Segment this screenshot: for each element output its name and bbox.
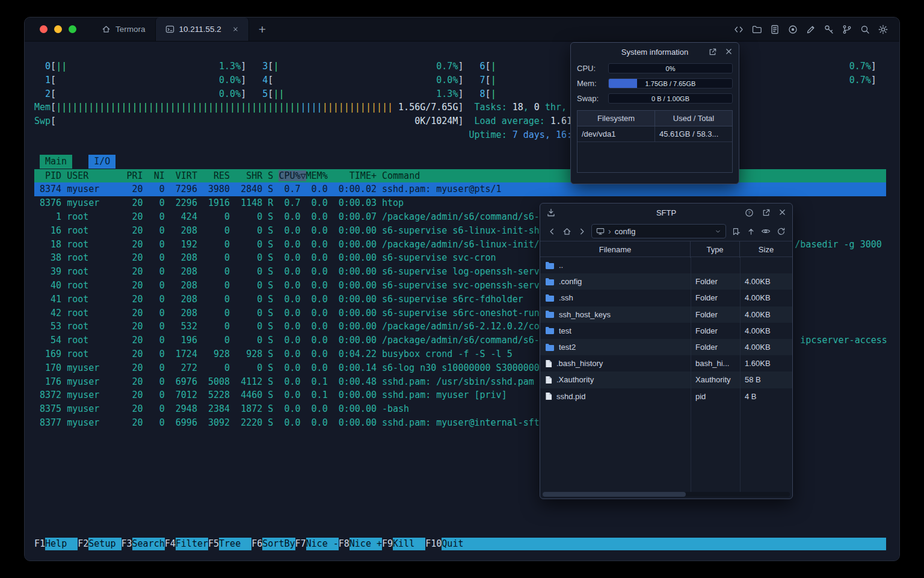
fkey-f7[interactable]: F7 <box>295 538 306 550</box>
record-icon[interactable] <box>787 23 798 35</box>
close-icon[interactable] <box>778 208 786 217</box>
tab-ssh-session[interactable]: 10.211.55.2 <box>155 17 249 41</box>
zoom-window-button[interactable] <box>69 25 76 33</box>
col-size[interactable]: Size <box>740 241 792 258</box>
mem-usage-value: 1.75GB / 7.65GB <box>609 79 732 88</box>
sftp-table-header[interactable]: Filename Type Size <box>540 241 792 257</box>
process-table-header[interactable]: PID USER PRI NI VIRT RES SHR S CPU%▽MEM%… <box>34 169 886 183</box>
file-size: 4.00KB <box>740 306 792 323</box>
popout-icon[interactable] <box>708 48 717 57</box>
fkey-action-f3[interactable]: Search <box>132 538 165 550</box>
mem-usage-bar: 1.75GB / 7.65GB <box>608 78 733 89</box>
htop-meters: 0[|| 1.3%] 3[| 0.7%] 6[| 0.7%] 9[| 0.7%]… <box>34 60 876 142</box>
bookmark-icon[interactable] <box>730 225 741 237</box>
settings-icon[interactable] <box>877 23 889 35</box>
file-type: Folder <box>691 273 740 290</box>
folder-icon <box>545 343 555 352</box>
tab-home[interactable]: Termora <box>92 17 155 41</box>
file-row-test2[interactable]: test2Folder4.00KB <box>540 339 792 355</box>
process-row-selected[interactable]: 8374 myuser 20 0 7296 3980 2840 S 0.7 0.… <box>34 182 886 196</box>
swap-usage-row: Swap: 0 B / 1.00GB <box>571 91 739 106</box>
file-row--ssh[interactable]: .sshFolder4.00KB <box>540 290 792 306</box>
fkey-action-f7[interactable]: Nice - <box>306 538 339 550</box>
col-filename[interactable]: Filename <box>540 241 691 258</box>
filesystem-row[interactable]: /dev/vda1 45.61GB / 58.3... <box>578 126 732 142</box>
fnbar-filler <box>475 538 886 550</box>
file-name: sshd.pid <box>540 388 691 405</box>
home-icon[interactable] <box>561 225 572 237</box>
forward-icon[interactable] <box>576 225 587 237</box>
cpu-meter-row: 2[ 0.0%] 5[|| 1.3%] 8[| 0.0%] <box>34 87 876 101</box>
key-icon[interactable] <box>823 23 834 35</box>
file-row--[interactable]: .. <box>540 257 792 273</box>
swap-meter: Swp[ 0K/1024M] Load average: 1.61 1 <box>34 114 876 128</box>
fkey-f5[interactable]: F5 <box>208 538 219 550</box>
popout-icon[interactable] <box>762 208 771 217</box>
fkey-f3[interactable]: F3 <box>122 538 132 550</box>
branch-icon[interactable] <box>841 23 852 35</box>
close-window-button[interactable] <box>40 25 48 33</box>
file-row--config[interactable]: .configFolder4.00KB <box>540 273 792 290</box>
folder-icon <box>545 261 555 270</box>
fkey-f2[interactable]: F2 <box>78 538 88 550</box>
fkey-action-f6[interactable]: SortBy <box>262 538 295 550</box>
folder-icon[interactable] <box>751 23 762 35</box>
fkey-action-f9[interactable]: Kill <box>393 538 425 550</box>
file-name: .config <box>540 273 691 290</box>
scrollbar-thumb[interactable] <box>543 492 686 497</box>
fkey-action-f5[interactable]: Tree <box>219 538 251 550</box>
file-row--bash-history[interactable]: .bash_historybash_hi...1.60KB <box>540 355 792 371</box>
file-type: Folder <box>691 339 740 355</box>
new-tab-button[interactable]: + <box>259 17 266 42</box>
file-name: .bash_history <box>540 355 691 371</box>
htop-tab-main[interactable]: Main <box>40 155 72 169</box>
refresh-icon[interactable] <box>775 225 786 237</box>
mem-usage-row: Mem: 1.75GB / 7.65GB <box>571 76 739 91</box>
search-icon[interactable] <box>859 23 870 35</box>
file-row-test[interactable]: testFolder4.00KB <box>540 323 792 339</box>
file-name: test <box>540 323 691 339</box>
fkey-f6[interactable]: F6 <box>251 538 262 550</box>
fkey-f1[interactable]: F1 <box>34 538 45 550</box>
htop-tab-io[interactable]: I/O <box>88 155 116 169</box>
sort-column-cpu[interactable]: CPU%▽ <box>279 170 306 181</box>
fkey-action-f8[interactable]: Nice + <box>350 538 382 550</box>
up-icon[interactable] <box>745 225 756 237</box>
current-path: config <box>615 227 636 236</box>
file-row-ssh-host-keys[interactable]: ssh_host_keysFolder4.00KB <box>540 306 792 323</box>
minimize-window-button[interactable] <box>54 25 62 33</box>
fkey-action-f4[interactable]: Filter <box>176 538 208 550</box>
help-icon[interactable]: ? <box>745 208 754 217</box>
edit-icon[interactable] <box>805 23 816 35</box>
file-type: Folder <box>691 323 740 339</box>
swap-usage-bar: 0 B / 1.00GB <box>608 93 733 104</box>
log-icon[interactable] <box>769 23 780 35</box>
file-row--Xauthority[interactable]: .XauthorityXauthority58 B <box>540 371 792 388</box>
fkey-f9[interactable]: F9 <box>382 538 393 550</box>
code-icon[interactable] <box>733 23 744 35</box>
file-row-sshd-pid[interactable]: sshd.pidpid4 B <box>540 388 792 405</box>
file-type <box>691 257 740 273</box>
col-type[interactable]: Type <box>691 241 740 258</box>
fkey-f10[interactable]: F10 <box>425 538 442 550</box>
sftp-titlebar: SFTP ? <box>540 204 792 222</box>
close-icon[interactable] <box>725 48 733 57</box>
fkey-action-f1[interactable]: Help <box>45 538 78 550</box>
sftp-panel: SFTP ? › config Filename Type <box>540 203 793 499</box>
fkey-f8[interactable]: F8 <box>339 538 350 550</box>
back-icon[interactable] <box>546 225 557 237</box>
htop-function-bar: F1Help F2Setup F3SearchF4FilterF5Tree F6… <box>34 538 886 550</box>
cpu-meter-row: 0[|| 1.3%] 3[| 0.7%] 6[| 0.7%] 9[| 0.7%] <box>34 60 876 73</box>
close-tab-icon[interactable] <box>232 26 239 33</box>
path-dropdown[interactable]: › config <box>591 224 726 238</box>
fkey-f4[interactable]: F4 <box>165 538 176 550</box>
fkey-action-f10[interactable]: Quit <box>442 538 474 550</box>
eye-icon[interactable] <box>760 225 771 237</box>
fkey-action-f2[interactable]: Setup <box>88 538 121 550</box>
home-icon <box>102 25 111 34</box>
fs-device: /dev/vda1 <box>578 126 655 141</box>
horizontal-scrollbar[interactable] <box>543 492 790 497</box>
file-size: 4.00KB <box>740 290 792 306</box>
download-icon[interactable] <box>546 208 556 217</box>
file-name: .Xauthority <box>540 371 691 388</box>
